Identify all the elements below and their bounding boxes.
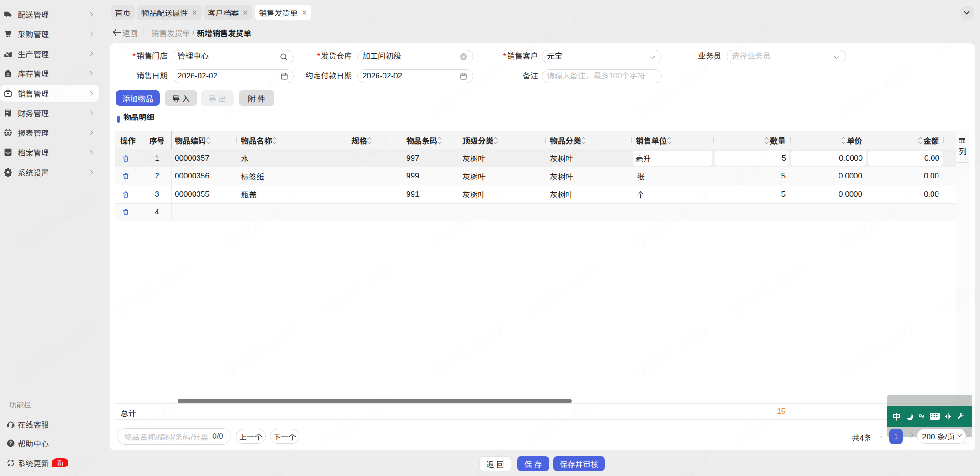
svg-text:?: ? [9,440,12,446]
